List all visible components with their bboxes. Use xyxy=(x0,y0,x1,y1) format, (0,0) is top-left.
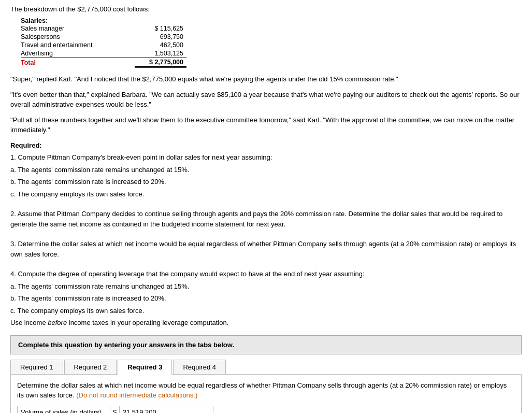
req-item-4c: c. The company employs its own sales for… xyxy=(10,306,522,316)
row-amount: 1,503,125 xyxy=(135,49,186,58)
req-item-1b: b. The agents' commission rate is increa… xyxy=(10,177,522,187)
table-row: Sales manager $ 115,625 xyxy=(21,24,186,33)
table-row: Travel and entertainment 462,500 xyxy=(21,41,186,49)
tab-description: Determine the dollar sales at which net … xyxy=(17,380,515,401)
volume-input[interactable] xyxy=(120,406,213,414)
row-label: Sales manager xyxy=(21,24,135,33)
salaries-label: Salaries: xyxy=(21,17,522,24)
paragraph-1: "Super," replied Karl. "And I noticed th… xyxy=(10,74,522,84)
complete-box: Complete this question by entering your … xyxy=(10,335,522,354)
row-amount: $ 115,625 xyxy=(135,24,186,33)
req-item-1: 1. Compute Pittman Company's break-even … xyxy=(10,152,522,163)
tab-required-4[interactable]: Required 4 xyxy=(173,360,226,374)
req-item-4-note: Use income before income taxes in your o… xyxy=(10,318,522,328)
total-row: Total $ 2,775,000 xyxy=(21,58,186,67)
req-item-4: 4. Compute the degree of operating lever… xyxy=(10,269,522,279)
tabs-row: Required 1 Required 2 Required 3 Require… xyxy=(10,360,522,375)
req-item-4a: a. The agents' commission rate remains u… xyxy=(10,281,522,292)
row-label: Salespersons xyxy=(21,33,135,41)
tab-required-2[interactable]: Required 2 xyxy=(64,360,117,374)
cost-table: Salaries: Sales manager $ 115,625 Salesp… xyxy=(21,17,522,68)
tab-description-orange: (Do not round intermediate calculations.… xyxy=(76,391,197,399)
req-item-3: 3. Determine the dollar sales at which n… xyxy=(10,239,522,259)
req-item-2: 2. Assume that Pittman Company decides t… xyxy=(10,209,522,229)
paragraph-3: "Pull all of these numbers together and … xyxy=(10,115,522,135)
dollar-sign: S xyxy=(110,406,120,414)
tab-content: Determine the dollar sales at which net … xyxy=(10,375,522,414)
tabs-container: Required 1 Required 2 Required 3 Require… xyxy=(10,360,522,414)
required-section: Required: 1. Compute Pittman Company's b… xyxy=(10,140,522,328)
paragraph-2: "It's even better than that," explained … xyxy=(10,90,522,110)
volume-label: Volume of sales (in dollars) xyxy=(17,406,110,414)
table-row: Salespersons 693,750 xyxy=(21,33,186,41)
row-label: Travel and entertainment xyxy=(21,41,135,49)
row-amount: 693,750 xyxy=(135,33,186,41)
table-row: Advertising 1,503,125 xyxy=(21,49,186,58)
req-item-4b: b. The agents' commission rate is increa… xyxy=(10,293,522,304)
total-amount: $ 2,775,000 xyxy=(135,58,186,67)
row-amount: 462,500 xyxy=(135,41,186,49)
total-label: Total xyxy=(21,58,135,67)
input-row: Volume of sales (in dollars) S xyxy=(17,406,515,414)
req-item-1a: a. The agents' commission rate remains u… xyxy=(10,165,522,175)
intro-text: The breakdown of the $2,775,000 cost fol… xyxy=(10,5,522,13)
tab-required-3[interactable]: Required 3 xyxy=(118,360,172,375)
row-label: Advertising xyxy=(21,49,135,58)
req-item-1c: c. The company employs its own sales for… xyxy=(10,189,522,200)
tab-required-1[interactable]: Required 1 xyxy=(10,360,63,374)
required-title: Required: xyxy=(10,140,522,151)
